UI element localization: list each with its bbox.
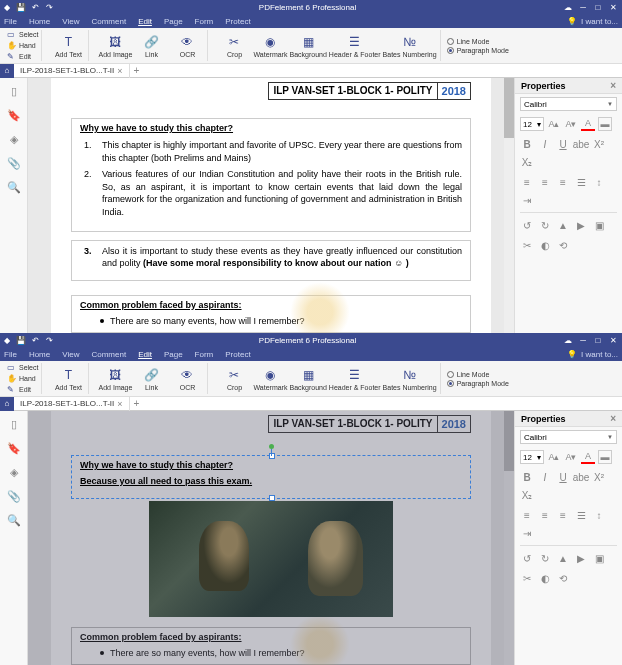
spacing-icon[interactable]: ↕	[592, 508, 606, 522]
close-button[interactable]: ✕	[606, 334, 620, 346]
add-image-button[interactable]: 🖼Add Image	[98, 367, 132, 391]
watermark-button[interactable]: ◉Watermark	[253, 367, 287, 391]
close-tab-icon[interactable]: ×	[117, 66, 122, 76]
flip-h-icon[interactable]: ▲	[556, 551, 570, 565]
header-footer-button[interactable]: ☰Header & Footer	[329, 367, 381, 391]
subscript-icon[interactable]: X₂	[520, 488, 534, 502]
menu-view[interactable]: View	[62, 350, 79, 359]
search-hint[interactable]: I want to...	[581, 17, 618, 26]
qat-undo-icon[interactable]: ↶	[30, 335, 40, 345]
search-tool-icon[interactable]: 🔍	[7, 513, 21, 527]
help-icon[interactable]: ☁	[561, 1, 575, 13]
home-tab-icon[interactable]: ⌂	[0, 397, 14, 411]
font-size-input[interactable]: 12▾	[520, 450, 544, 464]
menu-form[interactable]: Form	[195, 17, 214, 26]
paragraph-mode-radio[interactable]: Paragraph Mode	[447, 380, 509, 387]
flip-v-icon[interactable]: ▶	[574, 218, 588, 232]
crop-tool-icon[interactable]: ✂	[520, 238, 534, 252]
hand-tool[interactable]: ✋Hand	[7, 41, 38, 51]
highlight-color-icon[interactable]: ▬	[598, 117, 612, 131]
crop-button[interactable]: ✂Crop	[217, 367, 251, 391]
rotate-left-icon[interactable]: ↺	[520, 218, 534, 232]
layers-icon[interactable]: ◈	[7, 465, 21, 479]
line-mode-radio[interactable]: Line Mode	[447, 371, 509, 378]
opacity-icon[interactable]: ◐	[538, 571, 552, 585]
watermark-button[interactable]: ◉Watermark	[253, 34, 287, 58]
font-select[interactable]: Calibri▼	[520, 97, 617, 111]
attachments-icon[interactable]: 📎	[7, 489, 21, 503]
background-button[interactable]: ▦Background	[289, 367, 326, 391]
highlight-color-icon[interactable]: ▬	[598, 450, 612, 464]
add-image-button[interactable]: 🖼Add Image	[98, 34, 132, 58]
line-mode-radio[interactable]: Line Mode	[447, 38, 509, 45]
thumbnails-icon[interactable]: ▯	[7, 84, 21, 98]
qat-redo-icon[interactable]: ↷	[44, 335, 54, 345]
menu-protect[interactable]: Protect	[225, 17, 250, 26]
menu-file[interactable]: File	[4, 17, 17, 26]
search-hint[interactable]: I want to...	[581, 350, 618, 359]
superscript-icon[interactable]: X²	[592, 137, 606, 151]
align-center-icon[interactable]: ≡	[538, 508, 552, 522]
bates-button[interactable]: №Bates Numbering	[383, 34, 437, 58]
qat-redo-icon[interactable]: ↷	[44, 2, 54, 12]
inserted-image[interactable]	[149, 501, 393, 617]
select-tool[interactable]: ▭Select	[7, 30, 38, 40]
menu-comment[interactable]: Comment	[91, 350, 126, 359]
rotate-right-icon[interactable]: ↻	[538, 218, 552, 232]
menu-edit[interactable]: Edit	[138, 350, 152, 359]
increase-font-icon[interactable]: A▴	[547, 450, 561, 464]
bookmarks-icon[interactable]: 🔖	[7, 441, 21, 455]
decrease-font-icon[interactable]: A▾	[564, 117, 578, 131]
attachments-icon[interactable]: 📎	[7, 156, 21, 170]
qat-save-icon[interactable]: 💾	[16, 2, 26, 12]
scrollbar-thumb[interactable]	[504, 411, 514, 471]
decrease-font-icon[interactable]: A▾	[564, 450, 578, 464]
menu-edit[interactable]: Edit	[138, 17, 152, 26]
document-tab[interactable]: ILP-2018-SET-1-BLO...T-II×	[14, 397, 130, 411]
link-button[interactable]: 🔗Link	[134, 367, 168, 391]
menu-protect[interactable]: Protect	[225, 350, 250, 359]
menu-home[interactable]: Home	[29, 17, 50, 26]
qat-undo-icon[interactable]: ↶	[30, 2, 40, 12]
add-text-button[interactable]: TAdd Text	[51, 34, 85, 58]
thumbnails-icon[interactable]: ▯	[7, 417, 21, 431]
minimize-button[interactable]: ─	[576, 1, 590, 13]
menu-comment[interactable]: Comment	[91, 17, 126, 26]
strike-icon[interactable]: abe	[574, 137, 588, 151]
paragraph-mode-radio[interactable]: Paragraph Mode	[447, 47, 509, 54]
bates-button[interactable]: №Bates Numbering	[383, 367, 437, 391]
indent-icon[interactable]: ⇥	[520, 526, 534, 540]
selected-text-block[interactable]: Why we have to study this chapter? Becau…	[71, 455, 471, 499]
properties-close-icon[interactable]: ×	[610, 413, 616, 424]
edit-tool[interactable]: ✎Edit	[7, 52, 38, 62]
close-button[interactable]: ✕	[606, 1, 620, 13]
font-color-icon[interactable]: A	[581, 117, 595, 131]
font-select[interactable]: Calibri▼	[520, 430, 617, 444]
menu-page[interactable]: Page	[164, 350, 183, 359]
close-tab-icon[interactable]: ×	[117, 399, 122, 409]
align-right-icon[interactable]: ≡	[556, 508, 570, 522]
menu-home[interactable]: Home	[29, 350, 50, 359]
ocr-button[interactable]: 👁OCR	[170, 367, 204, 391]
increase-font-icon[interactable]: A▴	[547, 117, 561, 131]
header-footer-button[interactable]: ☰Header & Footer	[329, 34, 381, 58]
align-justify-icon[interactable]: ☰	[574, 175, 588, 189]
superscript-icon[interactable]: X²	[592, 470, 606, 484]
properties-close-icon[interactable]: ×	[610, 80, 616, 91]
menu-form[interactable]: Form	[195, 350, 214, 359]
italic-icon[interactable]: I	[538, 470, 552, 484]
layers-icon[interactable]: ◈	[7, 132, 21, 146]
crop-tool-icon[interactable]: ✂	[520, 571, 534, 585]
replace-icon[interactable]: ⟲	[556, 571, 570, 585]
scrollbar-thumb[interactable]	[504, 78, 514, 138]
align-left-icon[interactable]: ≡	[520, 175, 534, 189]
spacing-icon[interactable]: ↕	[592, 175, 606, 189]
link-button[interactable]: 🔗Link	[134, 34, 168, 58]
help-icon[interactable]: ☁	[561, 334, 575, 346]
document-tab[interactable]: ILP-2018-SET-1-BLO...T-II×	[14, 64, 130, 78]
font-size-input[interactable]: 12▾	[520, 117, 544, 131]
rotation-handle-icon[interactable]	[269, 444, 274, 449]
crop-button[interactable]: ✂Crop	[217, 34, 251, 58]
subscript-icon[interactable]: X₂	[520, 155, 534, 169]
extract-icon[interactable]: ▣	[592, 218, 606, 232]
